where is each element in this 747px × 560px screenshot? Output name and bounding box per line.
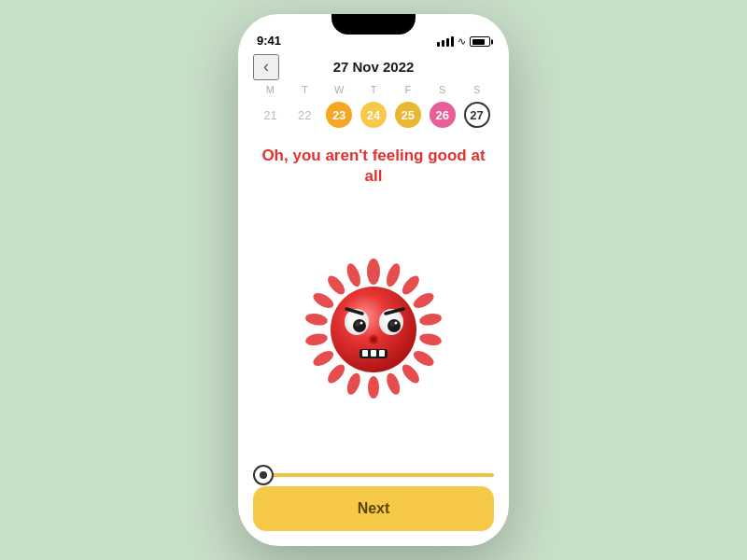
day-t1: T <box>288 84 322 95</box>
day-f: F <box>390 84 425 95</box>
svg-point-7 <box>418 312 443 327</box>
svg-point-16 <box>345 371 362 397</box>
date-21[interactable]: 21 <box>253 101 288 129</box>
calendar-days-header: M T W T F S S <box>253 84 494 95</box>
date-23[interactable]: 23 <box>322 101 357 129</box>
svg-point-23 <box>360 321 363 324</box>
date-25[interactable]: 25 <box>390 101 425 129</box>
date-24[interactable]: 24 <box>357 101 391 129</box>
date-27[interactable]: 27 <box>459 101 494 129</box>
svg-point-30 <box>371 337 376 343</box>
svg-point-17 <box>368 376 379 399</box>
back-button[interactable]: ‹ <box>253 54 279 80</box>
svg-rect-34 <box>379 350 385 357</box>
battery-icon <box>470 36 490 47</box>
day-m: M <box>253 84 288 95</box>
next-button[interactable]: Next <box>253 486 494 531</box>
svg-point-9 <box>418 331 443 346</box>
notch <box>331 14 416 35</box>
svg-point-18 <box>331 287 416 372</box>
monster-character <box>299 255 448 404</box>
day-w: W <box>322 84 357 95</box>
calendar-dates: 21 22 23 24 25 26 27 <box>253 101 494 129</box>
svg-point-1 <box>384 261 402 288</box>
svg-point-3 <box>400 273 423 297</box>
mood-text: Oh, you aren't feeling good at all <box>253 146 494 187</box>
date-22[interactable]: 22 <box>288 101 322 129</box>
day-s1: S <box>425 84 459 95</box>
svg-point-11 <box>411 347 436 368</box>
slider-track <box>253 473 494 477</box>
phone-frame: 9:41 ∿ ‹ 27 Nov 2022 M T W <box>238 14 509 546</box>
svg-rect-32 <box>362 350 368 357</box>
svg-point-8 <box>304 312 329 327</box>
main-content: ‹ 27 Nov 2022 M T W T F S S 21 22 23 24 … <box>238 53 509 546</box>
svg-point-2 <box>345 261 363 288</box>
calendar-header: ‹ 27 Nov 2022 <box>253 53 494 84</box>
svg-point-12 <box>311 347 336 368</box>
svg-point-10 <box>304 331 329 346</box>
day-t2: T <box>357 84 391 95</box>
wifi-icon: ∿ <box>458 35 466 48</box>
day-s2: S <box>459 84 494 95</box>
status-time: 9:41 <box>257 34 281 48</box>
svg-rect-33 <box>371 350 376 357</box>
monster-container <box>253 196 494 462</box>
status-icons: ∿ <box>437 35 490 48</box>
svg-point-26 <box>395 321 398 324</box>
svg-point-5 <box>411 289 436 310</box>
svg-point-15 <box>384 371 402 397</box>
signal-icon <box>437 36 454 47</box>
svg-point-14 <box>325 361 348 385</box>
svg-point-6 <box>311 289 336 310</box>
svg-point-0 <box>367 259 380 285</box>
slider-thumb[interactable] <box>253 465 274 485</box>
svg-point-13 <box>400 361 423 385</box>
mood-slider[interactable] <box>253 469 494 486</box>
date-26[interactable]: 26 <box>425 101 459 129</box>
svg-point-4 <box>325 273 348 297</box>
svg-point-25 <box>389 321 395 327</box>
svg-point-22 <box>355 321 360 327</box>
header-title: 27 Nov 2022 <box>333 59 415 75</box>
slider-thumb-dot <box>260 471 267 479</box>
calendar: M T W T F S S 21 22 23 24 25 26 27 <box>253 84 494 129</box>
